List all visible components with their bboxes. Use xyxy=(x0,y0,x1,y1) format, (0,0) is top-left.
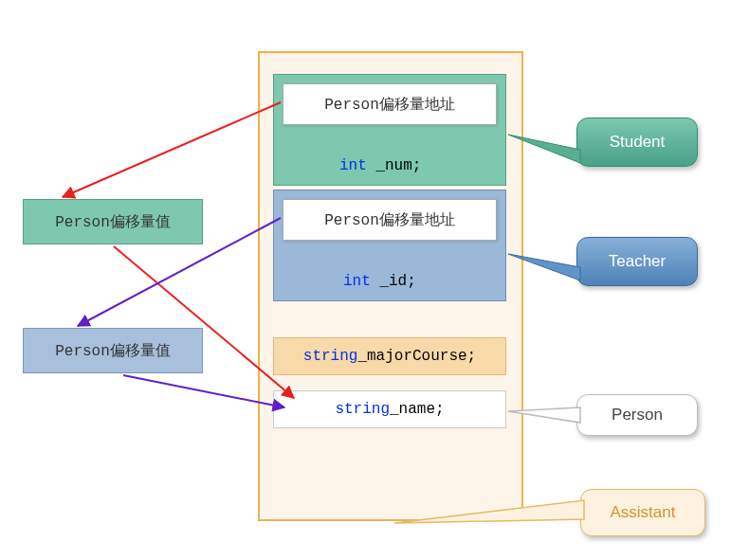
field-name-majorcourse: _majorCourse; xyxy=(357,348,476,365)
callout-teacher: Teacher xyxy=(576,237,698,286)
teacher-field-id: int _id; xyxy=(343,273,416,290)
callout-person: Person xyxy=(576,394,698,436)
callout-student: Student xyxy=(576,117,698,167)
field-name-num: _num; xyxy=(367,157,422,174)
arrow-student-to-offset xyxy=(63,102,281,197)
field-name-name: _name; xyxy=(390,401,445,418)
major-course-field-box: string _majorCourse; xyxy=(273,337,506,375)
callout-teacher-label: Teacher xyxy=(609,252,666,271)
keyword-string: string xyxy=(303,348,358,365)
teacher-offset-address-box: Person偏移量地址 xyxy=(283,199,497,241)
teacher-offset-label: Person偏移量地址 xyxy=(324,210,455,230)
callout-person-label: Person xyxy=(612,406,663,425)
callout-assistant: Assistant xyxy=(580,489,705,536)
offset-blue-label: Person偏移量值 xyxy=(55,341,171,361)
offset-green-label: Person偏移量值 xyxy=(55,212,171,232)
keyword-int: int xyxy=(339,157,367,174)
student-offset-address-box: Person偏移量地址 xyxy=(283,83,497,125)
callout-assistant-label: Assistant xyxy=(611,503,676,522)
person-offset-value-green: Person偏移量值 xyxy=(23,199,203,244)
field-name-id: _id; xyxy=(371,273,416,290)
keyword-string: string xyxy=(335,401,390,418)
name-field-box: string _name; xyxy=(273,390,506,428)
person-offset-value-blue: Person偏移量值 xyxy=(23,328,203,373)
student-offset-label: Person偏移量地址 xyxy=(324,95,455,115)
keyword-int: int xyxy=(343,273,371,290)
student-field-num: int _num; xyxy=(339,157,421,174)
callout-student-label: Student xyxy=(610,133,666,152)
